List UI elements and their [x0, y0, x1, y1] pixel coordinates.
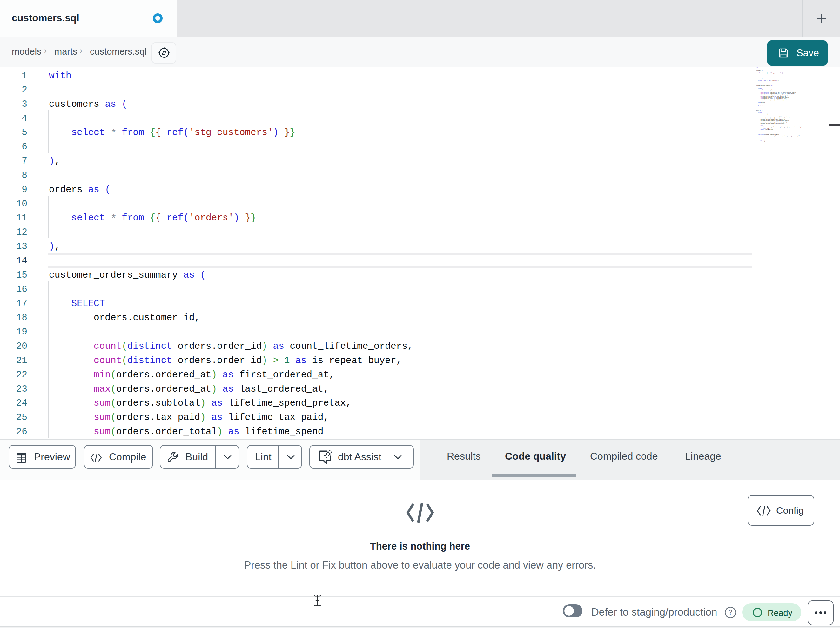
svg-text:?: ?: [728, 608, 733, 617]
